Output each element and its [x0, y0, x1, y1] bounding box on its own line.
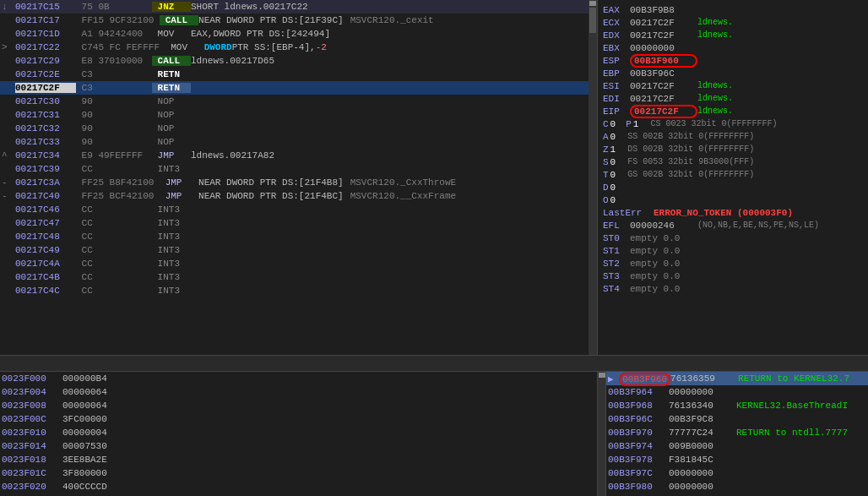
st-register-row: ST0empty 0.0 [601, 232, 865, 244]
disasm-row[interactable]: 00217C48 CC INT3 [0, 230, 589, 243]
disasm-row[interactable]: ^ 00217C34 E9 49FEFFFF JMP ldnews.00217A… [0, 149, 589, 162]
register-row-ecx: ECX 00217C2F ldnews. [601, 16, 865, 29]
disasm-row[interactable]: 00217C4A CC INT3 [0, 257, 589, 270]
register-row-edx: EDX 00217C2F ldnews. [601, 29, 865, 41]
disasm-row[interactable]: 00217C39 CC INT3 [0, 162, 589, 176]
stack-left-row[interactable]: 0023F010 00000004 [0, 426, 597, 439]
stack-right-row[interactable]: 00B3F97C 00000000 [606, 466, 868, 480]
stack-left-row[interactable]: 0023F00C 3FC00000 [0, 412, 597, 426]
disasm-row[interactable]: 00217C30 90 NOP [0, 95, 589, 108]
stack-right-row[interactable]: 00B3F964 00000000 [606, 385, 868, 399]
stack-left-row[interactable]: 0023F014 00007530 [0, 439, 597, 453]
disasm-row[interactable]: 00217C46 CC INT3 [0, 203, 589, 216]
lasterr-row: LastErr ERROR_NO_TOKEN (000003F0) [601, 206, 865, 219]
stack-left-scrollbar[interactable] [598, 372, 606, 496]
register-row-eip: EIP 00217C2F ldnews. [601, 105, 865, 117]
stack-left-row[interactable]: 0023F020 400CCCCD [0, 480, 597, 493]
disasm-row[interactable]: 00217C47 CC INT3 [0, 216, 589, 230]
register-row-esi: ESI 00217C2F ldnews. [601, 79, 865, 92]
stack-left-rows: 0023F000 000000B4 0023F004 00000064 0023… [0, 372, 597, 496]
register-row-edi: EDI 00217C2F ldnews. [601, 92, 865, 105]
disasm-row[interactable]: 00217C49 CC INT3 [0, 243, 589, 257]
st-registers-rows: ST0empty 0.0ST1empty 0.0ST2empty 0.0ST3e… [601, 232, 865, 295]
stack-left-panel: 0023F000 000000B4 0023F004 00000064 0023… [0, 372, 598, 496]
disasm-row[interactable]: 00217C4B CC INT3 [0, 270, 589, 284]
disasm-row[interactable]: 00217C2F C3 RETN [0, 81, 589, 95]
disasm-row[interactable]: - 00217C3A FF25 B8F42100 JMP NEAR DWORD … [0, 176, 589, 189]
disasm-row[interactable]: 00217C4C CC INT3 [0, 284, 589, 297]
disasm-scrollbar[interactable] [589, 0, 597, 355]
stack-left-row[interactable]: 0023F01C 3F800000 [0, 466, 597, 480]
disasm-row[interactable]: 00217C31 90 NOP [0, 108, 589, 122]
registers-panel: EAX 00B3F9B8 ECX 00217C2F ldnews. EDX 00… [598, 0, 868, 355]
st-register-row: ST1empty 0.0 [601, 244, 865, 257]
flag-d-row: D0 [601, 181, 865, 193]
register-row-esp: ESP 00B3F960 [601, 54, 865, 67]
stack-right-row[interactable]: 00B3F978 F381845C [606, 453, 868, 466]
stack-left-row[interactable]: 0023F004 00000064 [0, 385, 597, 399]
disasm-panel: ↓ 00217C15 75 0B JNZ SHORT ldnews.00217C… [0, 0, 598, 355]
flag-z-row: Z1 DS 002B 32bit 0(FFFFFFFF) [601, 143, 865, 155]
disasm-row[interactable]: ↓ 00217C15 75 0B JNZ SHORT ldnews.00217C… [0, 0, 589, 14]
stack-right-row[interactable]: 00B3F968 76136340 KERNEL32.BaseThreadI [606, 399, 868, 412]
flag-a-row: A0 SS 002B 32bit 0(FFFFFFFF) [601, 130, 865, 143]
disasm-row[interactable]: 00217C33 90 NOP [0, 135, 589, 149]
stack-right-row[interactable]: 00B3F974 009B0000 [606, 439, 868, 453]
stack-right-rows: ▶ 00B3F960 76136359 RETURN to KERNEL32.7… [606, 372, 868, 496]
stack-right-row[interactable]: ▶ 00B3F960 76136359 RETURN to KERNEL32.7 [606, 372, 868, 385]
registers-rows: EAX 00B3F9B8 ECX 00217C2F ldnews. EDX 00… [601, 3, 865, 117]
disasm-row[interactable]: 00217C1D A1 94242400 MOV EAX,DWORD PTR D… [0, 27, 589, 41]
st-register-row: ST2empty 0.0 [601, 257, 865, 270]
disasm-row[interactable]: 00217C17 FF15 9CF32100 CALL NEAR DWORD P… [0, 14, 589, 27]
flag-o-row: O0 [601, 193, 865, 206]
stack-right-row[interactable]: 00B3F980 00000000 [606, 480, 868, 493]
flag-s-row: S0 FS 0053 32bit 9B3000(FFF) [601, 155, 865, 168]
stack-right-panel: ▶ 00B3F960 76136359 RETURN to KERNEL32.7… [606, 372, 868, 496]
disasm-row[interactable]: 00217C2E C3 RETN [0, 68, 589, 81]
top-section: ↓ 00217C15 75 0B JNZ SHORT ldnews.00217C… [0, 0, 868, 355]
bottom-section: 0023F000 000000B4 0023F004 00000064 0023… [0, 372, 868, 496]
st-register-row: ST4empty 0.0 [601, 282, 865, 295]
flag-t-row: T0 GS 002B 32bit 0(FFFFFFFF) [601, 168, 865, 181]
register-row-eax: EAX 00B3F9B8 [601, 3, 865, 16]
stack-right-row[interactable]: 00B3F970 77777C24 RETURN to ntdll.7777 [606, 426, 868, 439]
status-bar [0, 355, 868, 372]
stack-right-row[interactable]: 00B3F96C 00B3F9C8 [606, 412, 868, 426]
register-row-ebp: EBP 00B3F96C [601, 67, 865, 79]
flag-c-row: C0 P1 CS 0023 32bit 0(FFFFFFFF) [601, 117, 865, 130]
st-register-row: ST3empty 0.0 [601, 270, 865, 282]
efl-row: EFL 00000246 (NO,NB,E,BE,NS,PE,NS,LE) [601, 219, 865, 232]
disasm-row[interactable]: 00217C32 90 NOP [0, 122, 589, 135]
stack-left-row[interactable]: 0023F000 000000B4 [0, 372, 597, 385]
main-container: ↓ 00217C15 75 0B JNZ SHORT ldnews.00217C… [0, 0, 868, 496]
stack-left-row[interactable]: 0023F008 00000064 [0, 399, 597, 412]
stack-left-row[interactable]: 0023F018 3EE8BA2E [0, 453, 597, 466]
disasm-row[interactable]: > 00217C22 C745 FC FEFFFF MOV DWORD PTR … [0, 41, 589, 54]
disasm-row[interactable]: - 00217C40 FF25 BCF42100 JMP NEAR DWORD … [0, 189, 589, 203]
register-row-ebx: EBX 00000000 [601, 41, 865, 54]
disasm-row[interactable]: 00217C29 E8 37010000 CALL ldnews.00217D6… [0, 54, 589, 68]
disasm-rows: ↓ 00217C15 75 0B JNZ SHORT ldnews.00217C… [0, 0, 589, 355]
